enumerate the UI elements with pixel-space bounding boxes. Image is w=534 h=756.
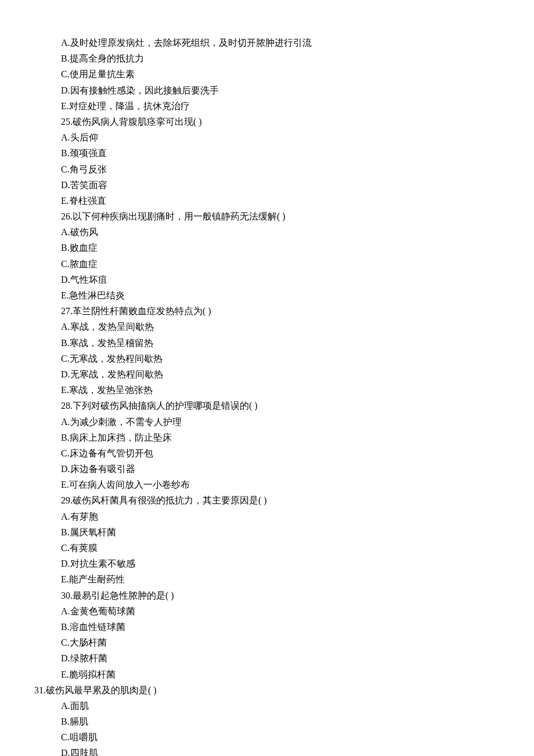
text-line: C.脓血症 — [26, 256, 508, 272]
text-line: E.寒战，发热呈弛张热 — [26, 382, 508, 398]
text-line: E.对症处理，降温，抗休克治疗 — [26, 98, 508, 114]
text-line: D.气性坏疽 — [26, 272, 508, 287]
text-line: E.可在病人齿间放入一小卷纱布 — [26, 477, 508, 492]
text-line: 28.下列对破伤风抽搐病人的护理哪项是错误的( ) — [26, 398, 508, 413]
text-line: D.床边备有吸引器 — [26, 461, 508, 477]
text-line: A.面肌 — [26, 698, 508, 714]
text-line: C.咀嚼肌 — [26, 729, 508, 745]
text-line: E.能产生耐药性 — [26, 571, 508, 587]
text-line: E.脆弱拟杆菌 — [26, 667, 508, 682]
text-line: D.绿脓杆菌 — [26, 650, 508, 666]
text-line: C.无寒战，发热程间歇热 — [26, 351, 508, 366]
text-line: 31.破伤风最早累及的肌肉是( ) — [26, 682, 508, 698]
text-line: 25.破伤风病人背腹肌痉挛可出现( ) — [26, 114, 508, 129]
text-line: 27.革兰阴性杆菌败血症发热特点为( ) — [26, 303, 508, 319]
text-line: D.对抗生素不敏感 — [26, 556, 508, 571]
text-line: C.有荚膜 — [26, 540, 508, 556]
text-line: B.颈项强直 — [26, 145, 508, 161]
document-body: A.及时处理原发病灶，去除坏死组织，及时切开脓肿进行引流B.提高全身的抵抗力C.… — [26, 35, 508, 756]
text-line: B.属厌氧杆菌 — [26, 524, 508, 540]
text-line: A.为减少刺激，不需专人护理 — [26, 414, 508, 430]
text-line: B.溶血性链球菌 — [26, 619, 508, 635]
text-line: C.使用足量抗生素 — [26, 66, 508, 82]
text-line: 30.最易引起急性脓肿的是( ) — [26, 588, 508, 603]
text-line: B.提高全身的抵抗力 — [26, 51, 508, 66]
text-line: D.四肢肌 — [26, 745, 508, 756]
text-line: A.及时处理原发病灶，去除坏死组织，及时切开脓肿进行引流 — [26, 35, 508, 51]
text-line: C.大肠杆菌 — [26, 635, 508, 650]
text-line: D.苦笑面容 — [26, 177, 508, 193]
text-line: D.无寒战，发热程间歇热 — [26, 366, 508, 382]
text-line: C.床边备有气管切开包 — [26, 445, 508, 461]
text-line: 26.以下何种疾病出现剧痛时，用一般镇静药无法缓解( ) — [26, 208, 508, 224]
text-line: A.寒战，发热呈间歇热 — [26, 319, 508, 334]
text-line: 29.破伤风杆菌具有很强的抵抗力，其主要原因是( ) — [26, 492, 508, 508]
text-line: C.角弓反张 — [26, 161, 508, 177]
text-line: B.寒战，发热呈稽留热 — [26, 335, 508, 351]
text-line: A.破伤风 — [26, 224, 508, 240]
text-line: B.病床上加床挡，防止坠床 — [26, 430, 508, 445]
text-line: A.金黄色葡萄球菌 — [26, 603, 508, 619]
text-line: B.膈肌 — [26, 714, 508, 729]
text-line: D.因有接触性感染，因此接触后要洗手 — [26, 82, 508, 98]
text-line: E.脊柱强直 — [26, 193, 508, 208]
text-line: A.有芽胞 — [26, 509, 508, 524]
text-line: A.头后仰 — [26, 129, 508, 145]
text-line: E.急性淋巴结炎 — [26, 287, 508, 303]
text-line: B.败血症 — [26, 240, 508, 255]
